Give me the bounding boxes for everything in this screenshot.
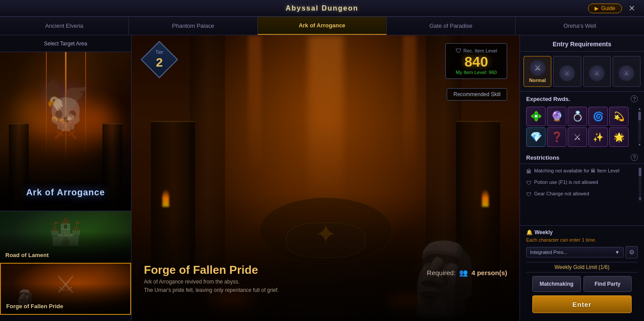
restriction-2: 🛡 Potion use (F1) is not allowed — [526, 179, 638, 187]
expected-rewards-title: Expected Rwds. — [526, 96, 570, 102]
rewards-scroll-down[interactable]: ▼ — [638, 143, 641, 147]
forge-of-fallen-pride-label: Forge of Fallen Pride — [6, 303, 63, 310]
rec-item-level-label: 🛡 Rec. Item Level — [453, 47, 500, 54]
rewards-scroll-up[interactable]: ▲ — [638, 107, 641, 111]
tab-label: Ancient Elveria — [45, 22, 83, 29]
description-line2: The Umar's pride fell, leaving only repe… — [144, 286, 507, 295]
window-title: Abyssal Dungeon — [286, 4, 358, 12]
weekly-title: 🔔 Weekly — [526, 229, 638, 235]
main-content: Select Target Area 🦅 💀 — [0, 35, 644, 321]
expected-rewards-help[interactable]: ? — [631, 95, 638, 102]
entry-requirements-title: Entry Requirements — [526, 41, 638, 48]
weekly-icon: 🔔 — [526, 229, 533, 235]
preset-row: Integrated Pres... ▼ ⚙ — [526, 246, 638, 258]
item-level-number: 840 — [453, 54, 500, 70]
expected-rewards-header: Expected Rwds. ? — [520, 92, 644, 105]
reward-item-1[interactable]: 💠 — [526, 107, 546, 126]
restrictions-list: 🏛 Matching not available for 🏛 Item Leve… — [526, 168, 638, 201]
dungeon-name: Forge of Fallen Pride — [144, 263, 258, 277]
close-button[interactable]: ✕ — [626, 3, 637, 14]
normal-difficulty-label: Normal — [529, 78, 546, 83]
featured-dungeon-title: Ark of Arrogance — [0, 187, 131, 198]
sub-dungeons-list: 🏰 Road of Lament ⚔ 🗿 Forge of Fallen Pri… — [0, 211, 131, 321]
restrictions-help[interactable]: ? — [631, 154, 638, 161]
reward-item-8[interactable]: ⚔ — [568, 127, 587, 147]
restriction-3: 🛡 Gear Change not allowed — [526, 190, 638, 198]
tab-ancient-elveria[interactable]: Ancient Elveria — [0, 17, 129, 35]
recommended-skill-badge[interactable]: Recommended Skill — [447, 88, 507, 101]
persons-icon: 👥 — [459, 269, 468, 277]
left-sidebar: Select Target Area 🦅 💀 — [0, 35, 132, 321]
restriction-1: 🏛 Matching not available for 🏛 Item Leve… — [526, 168, 638, 175]
weekly-label: Weekly — [535, 229, 553, 235]
tier-number: 2 — [156, 56, 163, 70]
guide-play-icon: ▶ — [595, 5, 599, 11]
reward-item-6[interactable]: 💎 — [526, 127, 546, 147]
dungeon-road-of-lament[interactable]: 🏰 Road of Lament — [0, 211, 131, 263]
dropdown-arrow-icon: ▼ — [615, 250, 620, 255]
rewards-grid: 💠 🔮 💍 🌀 💫 💎 ❓ — [526, 107, 638, 147]
difficulty-tabs: ⚔ Normal ⚔ ⚔ ⚔ — [520, 52, 644, 92]
tab-gate-of-paradise[interactable]: Gate of Paradise — [387, 17, 516, 35]
preset-gear-button[interactable]: ⚙ — [625, 246, 638, 258]
diff-icon-4: ⚔ — [618, 65, 634, 81]
tab-label: Phantom Palace — [172, 22, 214, 29]
reward-item-3[interactable]: 💍 — [568, 107, 587, 126]
my-item-level: My Item Level: 960 — [453, 70, 500, 75]
right-panel: Entry Requirements ⚔ Normal ⚔ ⚔ — [520, 35, 644, 321]
reward-item-7[interactable]: ❓ — [547, 127, 566, 147]
rewards-container: 💠 🔮 💍 🌀 💫 💎 ❓ — [520, 105, 644, 150]
item-level-badge: 🛡 Rec. Item Level 840 My Item Level: 960 — [445, 43, 507, 79]
weekly-description: Each character can enter 1 time. — [526, 237, 638, 243]
restriction-text-1: Matching not available for 🏛 Item Level — [534, 168, 619, 174]
restrictions-scroll-down-arrow[interactable]: ▼ — [639, 197, 641, 201]
enter-button[interactable]: Enter — [532, 295, 632, 313]
select-target-label: Select Target Area — [0, 35, 131, 52]
difficulty-normal[interactable]: ⚔ Normal — [523, 56, 551, 87]
reward-item-9[interactable]: ✨ — [588, 127, 608, 147]
reward-item-4[interactable]: 🌀 — [588, 107, 608, 126]
center-preview: ✦ 🗿 Tier 2 — [132, 35, 520, 321]
recommended-skill-label: Recommended Skill — [453, 91, 501, 97]
dungeon-required: Required: 👥 4 person(s) — [427, 269, 507, 277]
dungeon-description: Ark of Arrogance revived from the abyss.… — [144, 278, 507, 295]
tab-bar: Ancient Elveria Phantom Palace Ark of Ar… — [0, 17, 644, 35]
difficulty-tab-4[interactable]: ⚔ — [613, 56, 640, 87]
persons-count: 4 person(s) — [471, 269, 507, 276]
weekly-section: 🔔 Weekly Each character can enter 1 time… — [520, 225, 644, 321]
gear-icon: ⚙ — [629, 249, 635, 256]
right-panel-header: Entry Requirements — [520, 35, 644, 52]
gold-limit: Weekly Gold Limit (1/6) — [526, 262, 638, 272]
tab-label: Gate of Paradise — [429, 22, 473, 29]
find-party-button[interactable]: Find Party — [584, 276, 632, 292]
restrictions-header: Restrictions ? — [520, 150, 644, 164]
tab-phantom-palace[interactable]: Phantom Palace — [129, 17, 258, 35]
tab-label: Oreha's Well — [564, 22, 596, 29]
guide-button[interactable]: ▶ Guide — [588, 4, 622, 13]
tier-label: Tier — [156, 50, 163, 55]
restriction-text-3: Gear Change not allowed — [534, 190, 589, 197]
diff-icon-2: ⚔ — [559, 65, 575, 81]
restrictions-section: 🏛 Matching not available for 🏛 Item Leve… — [520, 164, 644, 225]
difficulty-tab-2[interactable]: ⚔ — [553, 56, 581, 87]
reward-item-2[interactable]: 🔮 — [547, 107, 566, 126]
required-label: Required: — [427, 269, 456, 276]
dungeon-forge-of-fallen-pride[interactable]: ⚔ 🗿 Forge of Fallen Pride — [0, 263, 131, 315]
reward-item-10[interactable]: 🌟 — [609, 127, 629, 147]
matchmaking-button[interactable]: Matchmaking — [532, 276, 581, 292]
diff-icon-3: ⚔ — [589, 65, 605, 81]
guide-label: Guide — [601, 5, 615, 11]
road-of-lament-label: Road of Lament — [5, 252, 49, 258]
integrated-preset-dropdown[interactable]: Integrated Pres... ▼ — [526, 247, 624, 258]
tab-orehas-well[interactable]: Oreha's Well — [516, 17, 644, 35]
description-line1: Ark of Arrogance revived from the abyss. — [144, 278, 507, 286]
preset-label: Integrated Pres... — [530, 250, 567, 255]
restriction-icon-2: 🛡 — [526, 179, 531, 187]
reward-item-5[interactable]: 💫 — [609, 107, 629, 126]
tab-ark-of-arrogance[interactable]: Ark of Arrogance — [258, 17, 387, 35]
featured-dungeon-card[interactable]: 🦅 💀 Ark of Arrogance — [0, 52, 131, 211]
difficulty-tab-3[interactable]: ⚔ — [583, 56, 611, 87]
restriction-icon-3: 🛡 — [526, 191, 531, 198]
restrictions-title: Restrictions — [526, 154, 559, 161]
restriction-icon-1: 🏛 — [526, 168, 531, 175]
